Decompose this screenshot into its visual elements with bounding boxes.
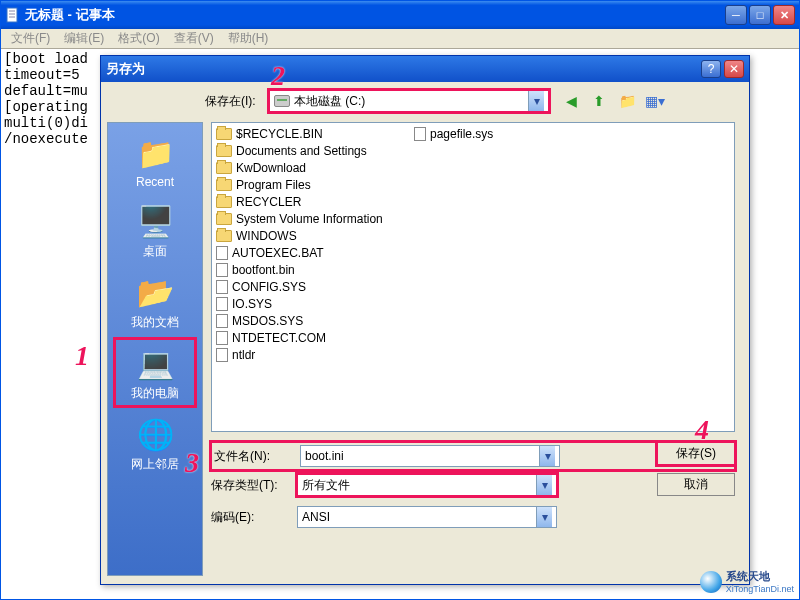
list-item[interactable]: WINDOWS xyxy=(214,227,732,244)
list-item[interactable]: AUTOEXEC.BAT xyxy=(214,244,732,261)
chevron-down-icon[interactable]: ▾ xyxy=(536,475,552,495)
list-item[interactable]: pagefile.sys xyxy=(412,125,493,142)
drive-icon xyxy=(274,95,290,107)
places-sidebar: 📁Recent 🖥️桌面 📂我的文档 💻我的电脑 🌐网上邻居 xyxy=(107,122,203,576)
sidebar-item-network[interactable]: 🌐网上邻居 xyxy=(115,410,195,477)
folder-icon xyxy=(216,213,232,225)
menu-edit[interactable]: 编辑(E) xyxy=(58,28,110,49)
back-icon[interactable]: ◀ xyxy=(561,91,581,111)
cancel-button[interactable]: 取消 xyxy=(657,473,735,496)
list-item[interactable]: Documents and Settings xyxy=(214,142,732,159)
filename-input[interactable]: boot.ini▾ xyxy=(300,445,560,467)
notepad-icon xyxy=(5,7,21,23)
minimize-button[interactable]: ─ xyxy=(725,5,747,25)
menu-file[interactable]: 文件(F) xyxy=(5,28,56,49)
list-item[interactable]: ntldr xyxy=(214,346,732,363)
menu-help[interactable]: 帮助(H) xyxy=(222,28,275,49)
list-item[interactable]: Program Files xyxy=(214,176,732,193)
annotation-1: 1 xyxy=(75,340,89,372)
annotation-2: 2 xyxy=(271,60,285,92)
svg-rect-0 xyxy=(7,8,17,22)
file-icon xyxy=(216,348,228,362)
annotation-3: 3 xyxy=(185,447,199,479)
file-icon xyxy=(216,297,228,311)
chevron-down-icon[interactable]: ▾ xyxy=(536,507,552,527)
maximize-button[interactable]: □ xyxy=(749,5,771,25)
recent-icon: 📁 xyxy=(135,133,175,173)
save-in-label: 保存在(I): xyxy=(205,93,263,110)
file-icon xyxy=(216,246,228,260)
desktop-icon: 🖥️ xyxy=(135,201,175,241)
documents-icon: 📂 xyxy=(135,272,175,312)
watermark-logo-icon xyxy=(700,571,722,593)
dialog-titlebar: 另存为 ? ✕ xyxy=(101,56,749,82)
view-menu-icon[interactable]: ▦▾ xyxy=(645,91,665,111)
watermark: 系统天地 XiTongTianDi.net xyxy=(700,569,794,594)
list-item[interactable]: KwDownload xyxy=(214,159,732,176)
file-icon xyxy=(216,314,228,328)
notepad-titlebar: 无标题 - 记事本 ─ □ ✕ xyxy=(1,1,799,29)
folder-icon xyxy=(216,196,232,208)
file-icon xyxy=(216,263,228,277)
sidebar-item-documents[interactable]: 📂我的文档 xyxy=(115,268,195,335)
folder-icon xyxy=(216,162,232,174)
file-icon xyxy=(216,331,228,345)
network-icon: 🌐 xyxy=(135,414,175,454)
encoding-combo[interactable]: ANSI▾ xyxy=(297,506,557,528)
folder-icon xyxy=(216,128,232,140)
menu-format[interactable]: 格式(O) xyxy=(112,28,165,49)
notepad-menubar: 文件(F) 编辑(E) 格式(O) 查看(V) 帮助(H) xyxy=(1,29,799,49)
filetype-label: 保存类型(T): xyxy=(211,477,289,494)
list-item[interactable]: bootfont.bin xyxy=(214,261,732,278)
sidebar-item-computer[interactable]: 💻我的电脑 xyxy=(115,339,195,406)
dialog-help-button[interactable]: ? xyxy=(701,60,721,78)
sidebar-item-desktop[interactable]: 🖥️桌面 xyxy=(115,197,195,264)
dialog-close-button[interactable]: ✕ xyxy=(724,60,744,78)
chevron-down-icon[interactable]: ▾ xyxy=(539,446,555,466)
file-list[interactable]: $RECYCLE.BINDocuments and SettingsKwDown… xyxy=(211,122,735,432)
save-as-dialog: 另存为 ? ✕ 保存在(I): 本地磁盘 (C:) ▾ ◀ ⬆ 📁 ▦▾ 📁Re… xyxy=(100,55,750,585)
filename-label: 文件名(N): xyxy=(214,448,292,465)
annotation-4: 4 xyxy=(695,414,709,446)
file-icon xyxy=(414,127,426,141)
close-button[interactable]: ✕ xyxy=(773,5,795,25)
filetype-combo[interactable]: 所有文件▾ xyxy=(297,474,557,496)
file-icon xyxy=(216,280,228,294)
encoding-label: 编码(E): xyxy=(211,509,289,526)
list-item[interactable]: CONFIG.SYS xyxy=(214,278,732,295)
dialog-title: 另存为 xyxy=(106,60,698,78)
new-folder-icon[interactable]: 📁 xyxy=(617,91,637,111)
save-in-value: 本地磁盘 (C:) xyxy=(294,93,365,110)
folder-icon xyxy=(216,179,232,191)
folder-icon xyxy=(216,230,232,242)
notepad-title: 无标题 - 记事本 xyxy=(25,6,725,24)
save-in-combo[interactable]: 本地磁盘 (C:) ▾ xyxy=(269,90,549,112)
list-item[interactable]: IO.SYS xyxy=(214,295,732,312)
sidebar-item-recent[interactable]: 📁Recent xyxy=(115,129,195,193)
list-item[interactable]: System Volume Information xyxy=(214,210,732,227)
list-item[interactable]: MSDOS.SYS xyxy=(214,312,732,329)
chevron-down-icon[interactable]: ▾ xyxy=(528,91,544,111)
computer-icon: 💻 xyxy=(135,343,175,383)
menu-view[interactable]: 查看(V) xyxy=(168,28,220,49)
list-item[interactable]: RECYCLER xyxy=(214,193,732,210)
folder-icon xyxy=(216,145,232,157)
list-item[interactable]: NTDETECT.COM xyxy=(214,329,732,346)
up-icon[interactable]: ⬆ xyxy=(589,91,609,111)
